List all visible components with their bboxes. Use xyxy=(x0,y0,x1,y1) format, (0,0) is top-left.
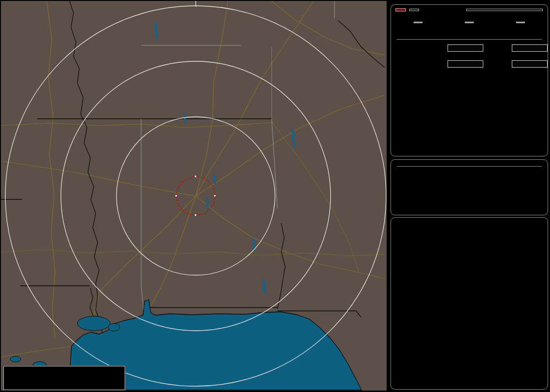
close-per-min-button[interactable] xyxy=(465,22,474,23)
ic-negative-bar xyxy=(512,60,548,68)
strike-stats-panel xyxy=(391,4,548,156)
bearing-display xyxy=(466,9,543,11)
datetime-display xyxy=(397,164,542,167)
map-legend xyxy=(3,366,125,390)
strikes-per-min-button[interactable] xyxy=(414,22,422,23)
lightning-map[interactable] xyxy=(1,1,387,391)
trend-graph xyxy=(394,260,545,387)
noise-button[interactable] xyxy=(409,9,419,11)
noises-per-min-button[interactable] xyxy=(516,22,525,23)
trend-panel xyxy=(391,217,548,390)
status-panel xyxy=(391,159,548,215)
strike-button[interactable] xyxy=(396,9,405,11)
cg-negative-bar xyxy=(512,44,548,52)
map-canvas[interactable] xyxy=(1,1,387,391)
distribution-title xyxy=(397,38,542,40)
nexstorm-window xyxy=(0,0,550,392)
ic-positive-bar xyxy=(448,60,483,68)
cg-positive-bar xyxy=(448,44,483,52)
